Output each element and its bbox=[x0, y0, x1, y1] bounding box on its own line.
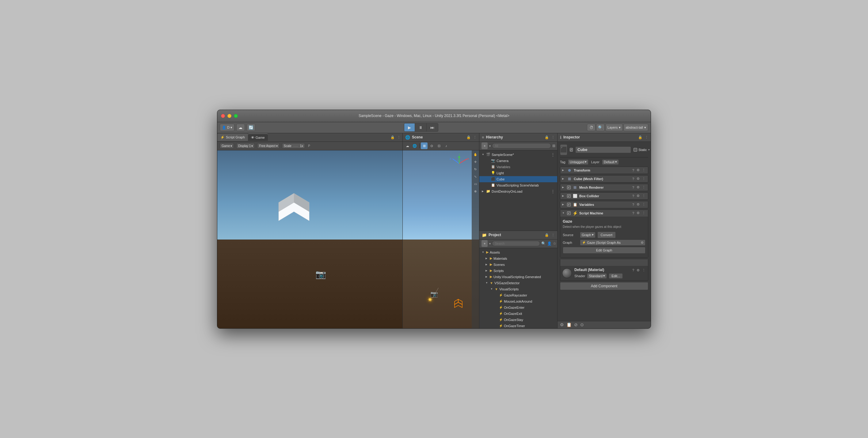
project-on-gaze-stay[interactable]: ⚡ OnGazeStay bbox=[479, 317, 557, 323]
mesh-filter-more[interactable]: ⋮ bbox=[642, 177, 646, 181]
sm-edit-graph-button[interactable]: Edit Graph bbox=[563, 247, 646, 254]
material-settings[interactable]: ⚙ bbox=[636, 268, 640, 272]
project-filter-icon[interactable]: 👤 bbox=[547, 241, 552, 246]
layer-dropdown[interactable]: Default ▾ bbox=[602, 159, 619, 165]
material-header[interactable] bbox=[560, 259, 648, 266]
sm-check[interactable] bbox=[567, 211, 571, 215]
project-materials[interactable]: ▶ ▶ Materials bbox=[479, 256, 557, 262]
shader-dropdown[interactable]: Standard ▾ bbox=[587, 273, 607, 279]
inspector-more[interactable]: ⋮ bbox=[645, 135, 648, 139]
hierarchy-dd-arrow[interactable]: ▾ bbox=[489, 144, 491, 148]
material-more[interactable]: ⋮ bbox=[642, 268, 646, 272]
transform-help[interactable]: ? bbox=[632, 168, 635, 172]
project-fav-icon[interactable]: ☆ bbox=[553, 241, 556, 246]
scene-view-btn[interactable]: ☁ bbox=[404, 142, 411, 149]
hierarchy-lock[interactable]: 🔒 bbox=[545, 135, 549, 139]
step-button[interactable]: ⏭ bbox=[427, 124, 438, 131]
variables-header[interactable]: ▶ 📋 Variables ? ⚙ ⋮ bbox=[560, 201, 648, 208]
tab-game[interactable]: 👁 Game bbox=[248, 134, 268, 141]
hierarchy-item-camera[interactable]: ▶ 📷 Camera bbox=[479, 158, 557, 164]
scene-lock[interactable]: 🔒 bbox=[466, 135, 471, 139]
display-dropdown[interactable]: Display 1 ▾ bbox=[236, 143, 255, 148]
mesh-renderer-check[interactable] bbox=[567, 186, 571, 189]
scale-control[interactable]: Scale —— 1x bbox=[282, 143, 305, 148]
tab-script-graph[interactable]: ⚡ Script Graph bbox=[217, 134, 248, 141]
status-icon-1[interactable]: ⚙ bbox=[560, 322, 564, 327]
hierarchy-search-options[interactable]: ⊞ bbox=[552, 144, 555, 148]
sm-source-dropdown[interactable]: Graph ▾ bbox=[580, 232, 595, 238]
scene-gizmo-btn[interactable]: ⊙ bbox=[428, 142, 435, 149]
status-icon-2[interactable]: 📋 bbox=[566, 322, 571, 327]
hierarchy-item-cube[interactable]: ▶ ⬛ Cube bbox=[479, 176, 557, 182]
sm-help[interactable]: ? bbox=[632, 211, 635, 215]
add-component-button[interactable]: Add Component bbox=[560, 282, 648, 290]
play-button[interactable]: ▶ bbox=[404, 124, 415, 131]
object-enable-check[interactable] bbox=[570, 148, 573, 151]
mesh-renderer-header[interactable]: ▶ ⊞ Mesh Renderer ? ⚙ ⋮ bbox=[560, 184, 648, 191]
hierarchy-add-button[interactable]: + bbox=[481, 142, 488, 149]
project-mouse-look[interactable]: ⚡ MouseLookAround bbox=[479, 298, 557, 304]
variables-settings[interactable]: ⚙ bbox=[636, 202, 640, 206]
project-vsgaze[interactable]: ▼ ▼ VSGazeDetector bbox=[479, 280, 557, 286]
scene-snap-btn[interactable]: ⊡ bbox=[436, 142, 442, 149]
scene-audio-btn[interactable]: ♪ bbox=[443, 142, 450, 149]
scene-more[interactable]: ⋮ bbox=[473, 135, 476, 139]
close-button[interactable] bbox=[221, 114, 225, 118]
box-collider-settings[interactable]: ⚙ bbox=[636, 194, 640, 198]
mesh-filter-header[interactable]: ▶ ⊞ Cube (Mesh Filter) ? ⚙ ⋮ bbox=[560, 175, 648, 182]
variables-help[interactable]: ? bbox=[632, 202, 635, 206]
variables-more[interactable]: ⋮ bbox=[642, 202, 646, 206]
transform-header[interactable]: ▶ ⊕ Transform ? ⚙ ⋮ bbox=[560, 167, 648, 174]
project-scripts[interactable]: ▶ ▶ Scripts bbox=[479, 268, 557, 274]
sm-more[interactable]: ⋮ bbox=[642, 211, 646, 215]
hierarchy-item-scene[interactable]: ▼ 🎬 SampleScene* ⋮ bbox=[479, 151, 557, 158]
inspector-lock[interactable]: 🔒 bbox=[638, 135, 643, 139]
maximize-button[interactable] bbox=[234, 114, 238, 118]
pause-button[interactable]: ⏸ bbox=[415, 124, 427, 131]
minimize-button[interactable] bbox=[227, 114, 231, 118]
shader-edit-button[interactable]: Edit... bbox=[609, 273, 623, 279]
project-search-icon[interactable]: 🔍 bbox=[541, 241, 546, 246]
history-button[interactable]: ⏱ bbox=[587, 124, 595, 131]
project-dd-arrow[interactable]: ▾ bbox=[489, 242, 491, 245]
hierarchy-item-dont-destroy[interactable]: ▶ 📁 DontDestroyOnLoad ⋮ bbox=[479, 189, 557, 195]
script-machine-header[interactable]: ▼ ⚡ Script Machine ? ⚙ ⋮ bbox=[560, 210, 648, 216]
status-icon-4[interactable]: ⊙ bbox=[580, 322, 584, 327]
project-on-gaze-enter[interactable]: ⚡ OnGazeEnter bbox=[479, 304, 557, 311]
project-on-gaze-timer[interactable]: ⚡ OnGazeTimer bbox=[479, 323, 557, 328]
hierarchy-item-visual-scripting[interactable]: ▶ 📋 VisualScripting SceneVariab bbox=[479, 182, 557, 189]
game-dropdown[interactable]: Game ▾ bbox=[220, 143, 234, 148]
project-lock[interactable]: 🔒 bbox=[545, 233, 549, 237]
layout-dropdown[interactable]: abstract-tall ▾ bbox=[623, 124, 648, 131]
aspect-dropdown[interactable]: Free Aspect ▾ bbox=[257, 143, 279, 148]
variables-check[interactable] bbox=[567, 203, 571, 206]
sm-graph-pick[interactable]: ⊙ bbox=[641, 241, 643, 244]
mesh-renderer-more[interactable]: ⋮ bbox=[642, 185, 646, 189]
transform-settings[interactable]: ⚙ bbox=[636, 168, 640, 172]
project-vs-generated[interactable]: ▶ ▶ Unity.VisualScripting.Generated bbox=[479, 274, 557, 280]
scene-grid-btn[interactable]: ⊞ bbox=[421, 142, 428, 149]
hierarchy-more[interactable]: ⋮ bbox=[551, 135, 555, 139]
project-search[interactable] bbox=[492, 241, 540, 246]
mesh-renderer-settings[interactable]: ⚙ bbox=[636, 185, 640, 189]
scene-more-btn[interactable]: ⋮ bbox=[551, 153, 555, 157]
tag-dropdown[interactable]: Untagged ▾ bbox=[568, 159, 589, 165]
left-panel-more[interactable]: ⋮ bbox=[397, 135, 401, 139]
hierarchy-item-light[interactable]: ▶ 💡 Light bbox=[479, 170, 557, 176]
mesh-filter-settings[interactable]: ⚙ bbox=[636, 177, 640, 181]
mesh-filter-help[interactable]: ? bbox=[632, 177, 635, 181]
sm-convert-button[interactable]: Convert bbox=[597, 232, 616, 238]
project-more[interactable]: ⋮ bbox=[551, 233, 555, 237]
project-on-gaze-exit[interactable]: ⚡ OnGazeExit bbox=[479, 311, 557, 317]
left-panel-lock[interactable]: 🔒 bbox=[391, 135, 395, 139]
project-add-button[interactable]: + bbox=[481, 240, 488, 247]
scene-shading-btn[interactable]: 🌐 bbox=[411, 142, 418, 149]
project-scenes[interactable]: ▶ ▶ Scenes bbox=[479, 262, 557, 268]
mesh-renderer-help[interactable]: ? bbox=[632, 185, 635, 189]
account2-button[interactable]: 🔄 bbox=[247, 124, 255, 131]
box-collider-header[interactable]: ▶ ⬜ Box Collider ? ⚙ ⋮ bbox=[560, 193, 648, 199]
box-collider-help[interactable]: ? bbox=[632, 194, 635, 198]
hierarchy-search[interactable] bbox=[492, 143, 551, 148]
hierarchy-item-variables[interactable]: ▶ 📋 Variables bbox=[479, 164, 557, 170]
static-arrow[interactable]: ▾ bbox=[648, 148, 650, 151]
